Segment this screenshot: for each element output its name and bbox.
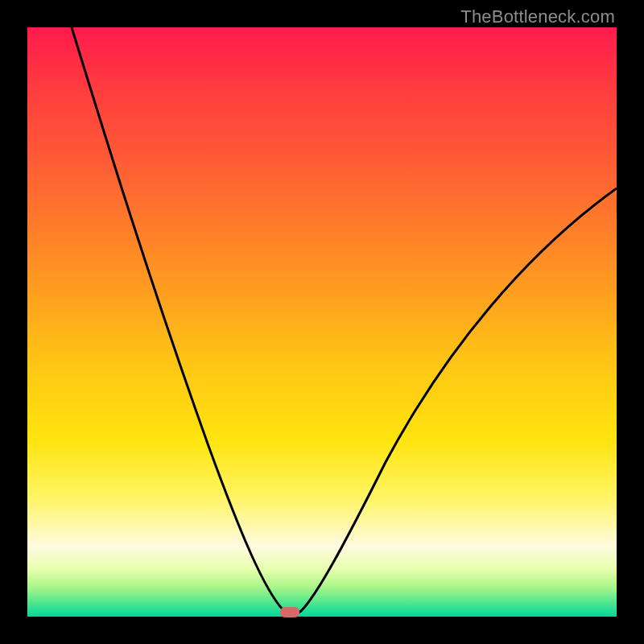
- minimum-marker: [280, 607, 299, 617]
- plot-area: [27, 27, 617, 617]
- watermark-text: TheBottleneck.com: [460, 6, 615, 27]
- chart-frame: TheBottleneck.com: [0, 0, 644, 644]
- curve-svg: [27, 27, 617, 617]
- bottleneck-curve: [72, 27, 617, 614]
